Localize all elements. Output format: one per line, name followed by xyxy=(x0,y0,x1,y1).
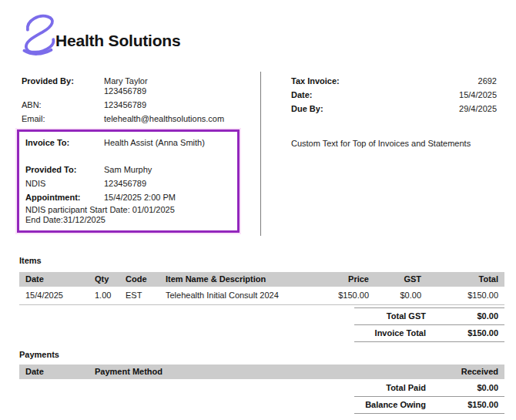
total-gst-row: Total GST $0.00 xyxy=(354,307,504,324)
payments-table: Date Payment Method Received xyxy=(19,365,504,379)
appointment-row: Appointment: 15/4/2025 2:00 PM xyxy=(25,193,231,203)
item-total: $150.00 xyxy=(427,287,504,305)
brand-title: Health Solutions xyxy=(55,32,180,50)
items-row: 15/4/2025 1.00 EST Telehealth Initial Co… xyxy=(19,287,504,305)
payments-col-method: Payment Method xyxy=(89,365,427,379)
provided-by-name: Mary Taylor xyxy=(104,76,148,86)
appointment-value: 15/4/2025 2:00 PM xyxy=(104,193,231,203)
items-table: Date Qty Code Item Name & Description Pr… xyxy=(19,272,504,305)
provided-to-label: Provided To: xyxy=(25,165,104,175)
invoice-to-label: Invoice To: xyxy=(25,138,104,148)
payments-col-received: Received xyxy=(427,365,504,379)
date-row: Date: 15/4/2025 xyxy=(291,90,497,100)
ndis-row: NDIS 123456789 xyxy=(25,179,231,189)
provided-to-value: Sam Murphy xyxy=(104,165,231,175)
due-by-label: Due By: xyxy=(291,104,323,114)
items-col-qty: Qty xyxy=(89,272,119,287)
total-paid-label: Total Paid xyxy=(360,383,452,393)
payments-heading: Payments xyxy=(19,350,59,359)
ndis-number: 123456789 xyxy=(104,179,231,189)
item-gst: $0.00 xyxy=(375,287,427,305)
provided-by-label: Provided By: xyxy=(22,76,104,96)
due-by-value: 29/4/2025 xyxy=(459,104,497,114)
items-heading: Items xyxy=(19,256,42,265)
balance-owing-row: Balance Owing $150.00 xyxy=(354,397,504,414)
provider-info: Provided By: Mary Taylor 123456789 ABN: … xyxy=(22,76,256,128)
ndis-label: NDIS xyxy=(25,179,104,189)
payments-totals: Total Paid $0.00 Balance Owing $150.00 xyxy=(354,380,504,414)
total-paid-value: $0.00 xyxy=(452,383,498,393)
email-label: Email: xyxy=(22,114,104,124)
participant-dates-line1: NDIS participant Start Date: 01/01/2025 xyxy=(25,205,231,215)
tax-invoice-number: 2692 xyxy=(478,76,497,86)
items-header-row: Date Qty Code Item Name & Description Pr… xyxy=(19,272,504,287)
balance-owing-label: Balance Owing xyxy=(360,400,452,410)
provided-by-value: Mary Taylor 123456789 xyxy=(104,76,256,96)
invoice-to-box: Invoice To: Health Assist (Anna Smith) P… xyxy=(17,129,240,233)
column-divider xyxy=(260,72,261,236)
abn-label: ABN: xyxy=(22,100,104,110)
items-totals: Total GST $0.00 Invoice Total $150.00 xyxy=(354,307,504,342)
payments-header-row: Date Payment Method Received xyxy=(19,365,504,379)
item-price: $150.00 xyxy=(313,287,375,305)
items-col-gst: GST xyxy=(375,272,427,287)
item-code: EST xyxy=(119,287,159,305)
invoice-to-row: Invoice To: Health Assist (Anna Smith) xyxy=(25,138,231,148)
invoice-meta: Tax Invoice: 2692 Date: 15/4/2025 Due By… xyxy=(291,76,497,118)
items-col-total: Total xyxy=(427,272,504,287)
invoice-document: Health Solutions Provided By: Mary Taylo… xyxy=(0,0,516,420)
total-gst-label: Total GST xyxy=(360,311,452,321)
abn-value: 123456789 xyxy=(104,100,256,110)
custom-top-text: Custom Text for Top of Invoices and Stat… xyxy=(291,139,507,149)
items-col-date: Date xyxy=(19,272,89,287)
items-col-code: Code xyxy=(119,272,159,287)
invoice-total-row: Invoice Total $150.00 xyxy=(354,324,504,342)
balance-owing-value: $150.00 xyxy=(452,400,498,410)
email-row: Email: telehealth@healthsolutions.com xyxy=(22,114,256,124)
invoice-total-value: $150.00 xyxy=(452,328,498,338)
items-col-price: Price xyxy=(313,272,375,287)
due-by-row: Due By: 29/4/2025 xyxy=(291,104,497,114)
total-paid-row: Total Paid $0.00 xyxy=(354,380,504,397)
provided-by-number: 123456789 xyxy=(104,86,146,96)
participant-dates-line2: End Date:31/12/2025 xyxy=(25,215,231,225)
payments-col-date: Date xyxy=(19,365,89,379)
abn-row: ABN: 123456789 xyxy=(22,100,256,110)
tax-invoice-row: Tax Invoice: 2692 xyxy=(291,76,497,86)
provided-to-row: Provided To: Sam Murphy xyxy=(25,165,231,175)
item-qty: 1.00 xyxy=(89,287,119,305)
email-value: telehealth@healthsolutions.com xyxy=(104,114,256,124)
total-gst-value: $0.00 xyxy=(452,311,498,321)
invoice-total-label: Invoice Total xyxy=(360,328,452,338)
tax-invoice-label: Tax Invoice: xyxy=(291,76,340,86)
item-date: 15/4/2025 xyxy=(19,287,89,305)
provided-by-row: Provided By: Mary Taylor 123456789 xyxy=(22,76,256,96)
item-description: Telehealth Initial Consult 2024 xyxy=(159,287,313,305)
invoice-to-value: Health Assist (Anna Smith) xyxy=(104,138,231,148)
appointment-label: Appointment: xyxy=(25,193,104,203)
date-value: 15/4/2025 xyxy=(459,90,497,100)
date-label: Date: xyxy=(291,90,313,100)
items-col-description: Item Name & Description xyxy=(159,272,313,287)
